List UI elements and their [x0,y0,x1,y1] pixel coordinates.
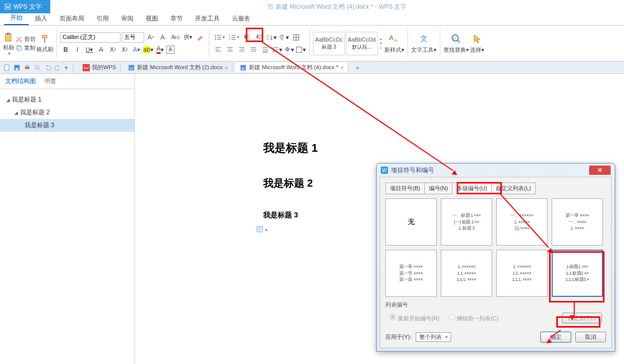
border-button[interactable]: ▾ [295,45,306,55]
radio-restart[interactable]: 重新开始编号(R) [389,314,439,322]
outline-item-1[interactable]: ◢我是标题 1 [0,93,134,106]
cut-button[interactable]: 剪切 [15,35,35,43]
grid-r1c4[interactable]: 第一章 ×××× 一、×××× 1. ×××× [552,198,603,246]
new-style-button[interactable]: AA 新样式▾ [384,33,404,54]
tab-customlist[interactable]: 自定义列表(L) [491,183,535,194]
grid-r2c1[interactable]: 第一章 ××××第一节 ××××第一条 ×××× [385,250,437,297]
font-size-select[interactable] [122,32,144,43]
print-icon[interactable] [24,64,31,71]
new-tab-button[interactable]: + [352,64,364,72]
radio-continue[interactable]: 继续前一列表(C) [449,314,498,322]
increase-indent-button[interactable] [254,32,265,43]
close-icon[interactable]: × [340,65,343,71]
show-marks-button[interactable]: ▾ [278,32,289,43]
tab-numbers[interactable]: 编号(N) [424,183,453,194]
style-heading3[interactable]: AaBbCcDc 标题 3 [313,32,345,55]
outline-item-3[interactable]: 我是标题 3 [0,119,134,132]
outline-tab[interactable]: 文档结构图 [5,77,36,86]
line-spacing-button[interactable]: ▾ [271,45,283,55]
dialog-tabs: 项目符号(B) 编号(N) 多级编号(U) 自定义列表(L) [385,183,606,194]
phonetic-button[interactable]: A㈐ [170,32,181,43]
save-icon[interactable] [13,64,21,71]
tab-insert[interactable]: 插入 [29,12,53,25]
close-icon[interactable]: × [225,65,228,71]
grid-none[interactable]: 无 [385,198,437,246]
heading-1[interactable]: 我是标题 1 [263,140,624,156]
clear-format-button[interactable] [194,32,206,43]
dialog-titlebar[interactable]: W 项目符号和编号 ✕ [377,164,615,177]
font-color-button[interactable]: A▾ [154,45,166,55]
highlight-button[interactable]: ab▾ [143,45,154,55]
svg-rect-26 [15,68,18,70]
apply-to-label: 应用于(Y): [385,333,412,341]
tab-devtools[interactable]: 开发工具 [189,12,226,25]
outline-item-2[interactable]: ◢我是标题 2 [0,106,134,119]
strike-button[interactable]: A [95,45,107,55]
increase-font-button[interactable]: A+ [145,32,157,43]
bold-button[interactable]: B [60,45,71,55]
align-center-button[interactable] [224,45,236,55]
tab-home[interactable]: 开始 [4,11,29,25]
numbered-list-button[interactable]: 123▾ [227,32,240,43]
superscript-button[interactable]: X2 [107,45,119,55]
align-justify-button[interactable] [248,45,259,55]
wps-name: WPS 文字 [13,3,42,11]
tab-cloud[interactable]: 云服务 [226,12,257,25]
doc4-tab[interactable]: W 新建 Microsoft Word 文档 (4).docx * × [236,63,348,72]
italic-button[interactable]: I [72,45,83,55]
borders-button[interactable] [290,32,302,43]
paste-button[interactable]: 粘贴▾ [3,31,14,56]
tab-chapter[interactable]: 章节 [164,12,189,25]
tab-multilevel[interactable]: 多级编号(U) [452,183,492,194]
svg-rect-27 [25,67,30,69]
cancel-button[interactable]: 取消 [575,332,606,342]
decrease-font-button[interactable]: A- [158,32,169,43]
decrease-indent-button[interactable] [241,32,252,43]
svg-text:A: A [267,34,269,37]
shading-button[interactable]: ▾ [283,45,295,55]
custom-button[interactable]: 自定义(T)... [562,313,602,323]
grid-r2c2[interactable]: 1. ××××××1.1. ×××××1.1.1. ×××× [441,250,492,297]
grid-r2c3[interactable]: 1. ××××××1.1. ×××××1.1.1. ×××× [496,250,548,297]
undo-icon[interactable] [44,64,51,71]
style-default[interactable]: AaBbCcDd 默认段... [346,32,378,55]
font-family-select[interactable] [60,32,121,43]
copy-button[interactable]: 复制 [15,44,35,52]
apply-to-combo[interactable]: 整个列表▾ [416,332,451,342]
distribute-button[interactable] [260,45,271,55]
align-left-button[interactable] [212,45,224,55]
bullet-list-button[interactable]: ▾ [212,32,226,43]
svg-point-9 [215,35,216,36]
text-effect-button[interactable]: A▾ [131,45,142,55]
subscript-button[interactable]: X2 [119,45,130,55]
tab-bullets[interactable]: 项目符号(B) [385,183,425,194]
list-number-label: 列表编号 [385,301,606,309]
dialog-close-button[interactable]: ✕ [589,166,611,175]
tab-review[interactable]: 审阅 [115,12,140,25]
styles-gallery[interactable]: AaBbCcDc 标题 3 AaBbCcDd 默认段... ▴▾≡ [313,32,383,55]
ok-button[interactable]: 确定 [540,332,571,342]
grid-r1c2[interactable]: 一、标题 1 ×××(一) 标题 2 ×× 1. 标题 3 [441,198,492,246]
new-icon[interactable] [3,64,10,71]
preview-icon[interactable] [34,64,41,71]
styles-expand-button[interactable]: ▴▾≡ [379,32,383,55]
sort-button[interactable]: AZ▾ [266,32,277,43]
grid-r1c3[interactable]: 一、×××××× 1. ××××× (1) ×××× [496,198,548,246]
find-replace-button[interactable]: ab 查找替换▾ [443,33,469,54]
select-button[interactable]: 选择▾ [470,33,484,54]
chevron-right-icon: ▸ [265,227,268,232]
tab-reference[interactable]: 引用 [90,12,115,25]
tab-view[interactable]: 视图 [140,12,164,25]
change-case-button[interactable]: 拼▾ [182,32,193,43]
mywps-tab[interactable]: 我的WPS [79,63,121,72]
align-right-button[interactable] [236,45,247,55]
grid-r2c4-selected[interactable]: 1.标题1 ×××1.1.标题2 ××1.1.1.标题3 × [552,250,603,297]
text-tools-button[interactable]: 文 文字工具▾ [411,33,437,54]
underline-button[interactable]: U▾ [84,45,95,55]
redo-icon[interactable] [54,64,62,71]
format-painter-button[interactable]: 格式刷 [36,33,53,53]
bookmark-tab[interactable]: 书签 [44,77,56,86]
tab-pagelayout[interactable]: 页面布局 [53,12,90,25]
doc2-tab[interactable]: W 新建 Microsoft Word 文档 (2).docx × [124,63,232,72]
char-border-button[interactable]: A [166,46,174,54]
